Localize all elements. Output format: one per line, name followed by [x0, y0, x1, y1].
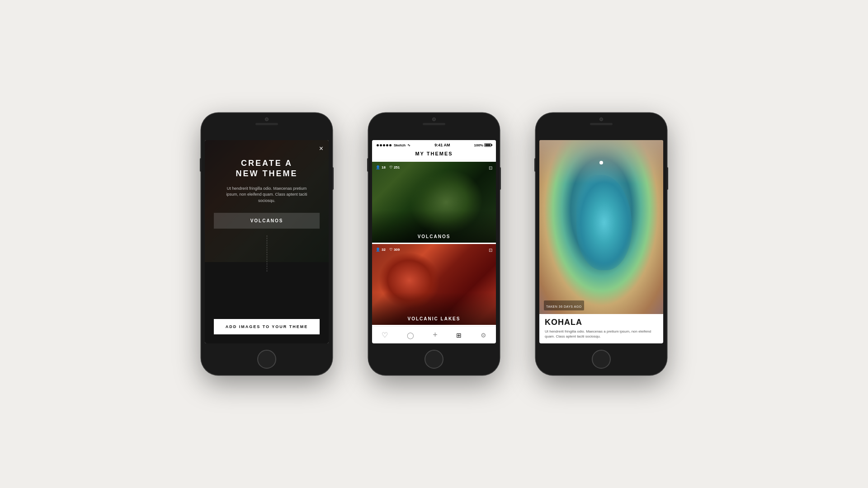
- followers-number: 32: [382, 248, 386, 252]
- signal-dot-5: [389, 144, 392, 146]
- phone-2-top: [368, 113, 500, 140]
- wifi-icon: ∿: [407, 143, 410, 147]
- signal-dot-3: [383, 144, 385, 146]
- phone-3-bottom: [536, 343, 667, 375]
- phone-2-screen: Sketch ∿ 9:41 AM 100% MY THEMES: [372, 140, 496, 343]
- close-icon[interactable]: ×: [319, 145, 323, 153]
- likes-count: ♡ 309: [389, 248, 400, 252]
- phone-3-top: [536, 113, 667, 140]
- home-button[interactable]: [425, 350, 443, 369]
- kohala-title: KOHALA: [545, 318, 658, 327]
- battery-percent: 100%: [474, 143, 483, 147]
- status-time: 9:41 AM: [434, 143, 450, 147]
- signal-dot-2: [380, 144, 382, 146]
- heart-icon: ♡: [389, 165, 392, 169]
- create-theme-title: CREATE ANEW THEME: [236, 158, 298, 179]
- kohala-description: Ut hendrerit fringilla odio. Maecenas a …: [545, 329, 658, 339]
- bookmark-icon[interactable]: ⊡: [489, 248, 492, 253]
- followers-number: 18: [382, 165, 386, 169]
- followers-count: 👤 32: [376, 248, 386, 252]
- followers-count: 👤 18: [376, 165, 386, 169]
- tab-themes[interactable]: ⊞: [456, 332, 462, 339]
- taken-label-overlay: TAKEN 36 DAYS AGO: [546, 305, 582, 308]
- tab-settings[interactable]: ⚙: [481, 332, 486, 339]
- volcanos-meta: 👤 18 ♡ 251: [376, 165, 400, 169]
- volcanic-lakes-image: [372, 244, 496, 325]
- speaker: [590, 123, 613, 125]
- camera-lens: [432, 117, 436, 121]
- volcanic-lakes-label: VOLCANIC LAKES: [372, 316, 496, 321]
- volcanos-image: [372, 162, 496, 243]
- theme-card-volcanos[interactable]: 👤 18 ♡ 251 ⊡ VOLCANOS: [372, 162, 496, 243]
- phone-1-screen: × CREATE ANEW THEME Ut hendrerit fringil…: [205, 140, 329, 343]
- phone-1: × CREATE ANEW THEME Ut hendrerit fringil…: [201, 113, 332, 375]
- signal-dot-4: [386, 144, 388, 146]
- home-button[interactable]: [257, 350, 276, 369]
- likes-number: 309: [394, 248, 400, 252]
- signal-dot-1: [377, 144, 379, 146]
- location-dot: [599, 161, 603, 164]
- create-theme-description: Ut hendrerit fringilla odio. Maecenas pr…: [226, 186, 307, 204]
- tab-add[interactable]: +: [433, 330, 438, 340]
- followers-icon: 👤: [376, 248, 380, 252]
- phone-3: TAKEN 36 DAYS AGO KOHALA Ut hendrerit fr…: [536, 113, 667, 375]
- my-themes-title: MY THEMES: [372, 148, 496, 160]
- dashed-separator: [267, 235, 267, 272]
- theme-card-volcanic-lakes[interactable]: 👤 32 ♡ 309 ⊡ VOLCANIC LAKES: [372, 244, 496, 325]
- signal-strength: Sketch ∿: [377, 143, 410, 147]
- volcanos-label: VOLCANOS: [372, 234, 496, 239]
- kohala-info-panel: KOHALA Ut hendrerit fringilla odio. Maec…: [539, 314, 663, 343]
- battery-icon: [484, 143, 491, 147]
- tab-favorites[interactable]: ♡: [382, 331, 388, 339]
- status-bar: Sketch ∿ 9:41 AM 100%: [372, 140, 496, 148]
- add-images-button[interactable]: ADD IMAGES TO YOUR THEME: [214, 319, 320, 334]
- phone-2-bottom: [368, 343, 500, 375]
- tab-bar: ♡ ◯ + ⊞ ⚙: [372, 326, 496, 343]
- tab-explore[interactable]: ◯: [407, 332, 414, 339]
- phone-1-top: [201, 113, 332, 140]
- followers-icon: 👤: [376, 165, 380, 169]
- phone-1-bottom: [201, 343, 332, 375]
- kohala-map-image: TAKEN 36 DAYS AGO: [539, 140, 663, 314]
- theme-name-input[interactable]: VOLCANOS: [214, 213, 320, 229]
- home-button[interactable]: [592, 350, 611, 369]
- likes-number: 251: [394, 165, 400, 169]
- phone-3-screen: TAKEN 36 DAYS AGO KOHALA Ut hendrerit fr…: [539, 140, 663, 343]
- phone-2: Sketch ∿ 9:41 AM 100% MY THEMES: [368, 113, 500, 375]
- camera-lens: [599, 117, 603, 121]
- camera-lens: [265, 117, 269, 121]
- volcanic-lakes-meta: 👤 32 ♡ 309: [376, 248, 400, 252]
- network-name: Sketch: [394, 143, 406, 147]
- likes-count: ♡ 251: [389, 165, 400, 169]
- bookmark-icon[interactable]: ⊡: [489, 165, 492, 170]
- speaker: [255, 123, 278, 125]
- heart-icon: ♡: [389, 248, 392, 252]
- battery-indicator: 100%: [474, 143, 491, 147]
- speaker: [423, 123, 445, 125]
- themes-list: 👤 18 ♡ 251 ⊡ VOLCANOS: [372, 160, 496, 326]
